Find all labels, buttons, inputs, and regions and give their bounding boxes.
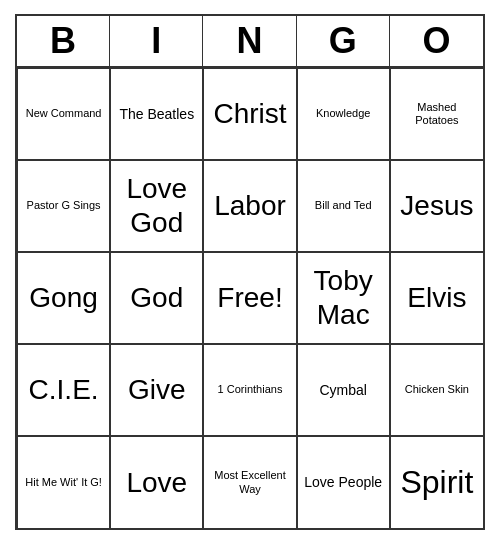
cell-text: Gong — [29, 281, 98, 315]
cell-text: Elvis — [407, 281, 466, 315]
header-letter: I — [110, 16, 203, 66]
bingo-cell: Elvis — [390, 252, 483, 344]
cell-text: Love People — [304, 474, 382, 491]
cell-text: Cymbal — [319, 382, 366, 399]
cell-text: Chicken Skin — [405, 383, 469, 396]
cell-text: God — [130, 281, 183, 315]
cell-text: Pastor G Sings — [27, 199, 101, 212]
header-letter: G — [297, 16, 390, 66]
header-letter: N — [203, 16, 296, 66]
cell-text: Love — [126, 466, 187, 500]
bingo-cell: Labor — [203, 160, 296, 252]
bingo-cell: Mashed Potatoes — [390, 68, 483, 160]
cell-text: New Command — [26, 107, 102, 120]
bingo-cell: Gong — [17, 252, 110, 344]
bingo-cell: Love — [110, 436, 203, 528]
header-letter: B — [17, 16, 110, 66]
bingo-grid: New CommandThe BeatlesChristKnowledgeMas… — [17, 68, 483, 528]
bingo-cell: Most Excellent Way — [203, 436, 296, 528]
bingo-cell: Cymbal — [297, 344, 390, 436]
bingo-cell: Spirit — [390, 436, 483, 528]
bingo-cell: Love People — [297, 436, 390, 528]
cell-text: Jesus — [400, 189, 473, 223]
cell-text: Love God — [115, 172, 198, 239]
bingo-cell: Bill and Ted — [297, 160, 390, 252]
bingo-cell: Jesus — [390, 160, 483, 252]
bingo-cell: Chicken Skin — [390, 344, 483, 436]
bingo-cell: Christ — [203, 68, 296, 160]
cell-text: Labor — [214, 189, 286, 223]
bingo-cell: Give — [110, 344, 203, 436]
cell-text: Toby Mac — [302, 264, 385, 331]
bingo-cell: Knowledge — [297, 68, 390, 160]
header-letter: O — [390, 16, 483, 66]
cell-text: Spirit — [400, 463, 473, 501]
cell-text: Free! — [217, 281, 282, 315]
bingo-cell: The Beatles — [110, 68, 203, 160]
cell-text: The Beatles — [119, 106, 194, 123]
bingo-cell: 1 Corinthians — [203, 344, 296, 436]
cell-text: Hit Me Wit' It G! — [25, 476, 102, 489]
bingo-cell: Toby Mac — [297, 252, 390, 344]
cell-text: Knowledge — [316, 107, 370, 120]
bingo-cell: Pastor G Sings — [17, 160, 110, 252]
bingo-cell: Love God — [110, 160, 203, 252]
cell-text: Christ — [213, 97, 286, 131]
bingo-cell: New Command — [17, 68, 110, 160]
bingo-cell: Hit Me Wit' It G! — [17, 436, 110, 528]
bingo-card: BINGO New CommandThe BeatlesChristKnowle… — [15, 14, 485, 530]
cell-text: Give — [128, 373, 186, 407]
cell-text: Mashed Potatoes — [395, 101, 479, 127]
cell-text: Bill and Ted — [315, 199, 372, 212]
bingo-cell: C.I.E. — [17, 344, 110, 436]
cell-text: Most Excellent Way — [208, 469, 291, 495]
cell-text: C.I.E. — [29, 373, 99, 407]
bingo-header: BINGO — [17, 16, 483, 68]
cell-text: 1 Corinthians — [218, 383, 283, 396]
bingo-cell: Free! — [203, 252, 296, 344]
bingo-cell: God — [110, 252, 203, 344]
